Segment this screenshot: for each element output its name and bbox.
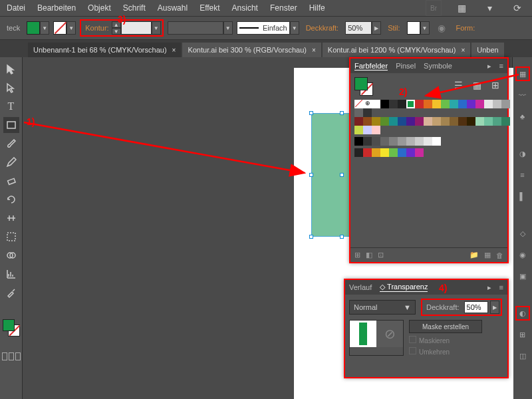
swatch-cell[interactable] [354,148,363,157]
swatch-cell[interactable] [441,100,450,108]
swatch-cell[interactable] [484,117,493,126]
arrange-icon[interactable]: ▦ [454,0,469,16]
list-view-icon[interactable]: ☰ [450,77,466,93]
swatch-cell[interactable] [380,100,389,108]
graph-tool[interactable] [3,266,19,282]
tab-symbole[interactable]: Symbole [424,62,452,70]
grid-view-icon[interactable]: ▦ [469,77,485,93]
swatch-cell[interactable] [450,100,458,108]
make-mask-button[interactable]: Maske erstellen [409,320,482,333]
close-icon[interactable]: × [312,47,316,54]
blend-mode-select[interactable]: Normal▼ [349,300,416,315]
swatch-cell[interactable] [398,100,406,108]
current-fill-proxy[interactable] [354,77,373,96]
swatch-cell[interactable] [363,117,372,126]
symbols-panel-icon[interactable]: ♣ [515,109,530,124]
appearance-panel-icon[interactable]: ◉ [515,247,530,262]
close-icon[interactable]: × [461,47,465,54]
swatch-cell[interactable] [415,148,424,157]
align-panel-icon[interactable]: ⊞ [515,327,530,342]
swatch-cell[interactable] [372,117,380,126]
options-icon[interactable]: ⊞ [487,77,503,93]
swatch-cell[interactable] [484,100,493,108]
selection-tool[interactable] [3,61,19,77]
menu-datei[interactable]: Datei [7,3,25,13]
swatch-cell[interactable] [372,100,380,108]
pencil-tool[interactable] [3,154,19,170]
swatch-kind-icon[interactable]: ◧ [366,251,372,259]
swatch-cell[interactable] [363,126,372,134]
menu-ansicht[interactable]: Ansicht [232,3,258,13]
free-transform-tool[interactable] [3,229,19,245]
menu-fenster[interactable]: Fenster [270,3,297,13]
panel-more-icon[interactable]: ▸ [487,283,491,292]
bridge-icon[interactable]: Br [426,0,442,16]
swatch-cell[interactable] [354,137,363,146]
clip-checkbox[interactable]: Maskieren [409,336,482,344]
swatch-cell[interactable] [493,117,501,126]
swatch-cell[interactable] [501,100,510,108]
menu-auswahl[interactable]: Auswahl [158,3,188,13]
new-group-icon[interactable]: 📁 [469,251,479,259]
close-icon[interactable]: × [172,47,176,54]
graphic-styles-panel-icon[interactable]: ▣ [515,269,530,283]
rotate-tool[interactable] [3,192,19,207]
swatch-lib-icon[interactable]: ⊞ [354,251,360,259]
shape-builder-tool[interactable] [3,247,19,263]
recolor-icon[interactable]: ◉ [434,20,450,36]
stroke-swatch[interactable]: ▼ [53,21,76,35]
dropdown-icon[interactable]: ▾ [481,0,497,16]
mask-thumb[interactable] [350,321,376,347]
fill-swatch[interactable]: ▼ [27,21,49,35]
opacity-field-panel[interactable]: 50% [464,301,488,313]
type-tool[interactable]: T [3,98,19,114]
transparency-panel-icon[interactable]: ◐ [515,306,530,321]
fill-stroke-proxy[interactable] [3,319,20,336]
invert-checkbox[interactable]: Umkehren [409,347,482,356]
brushes-panel-icon[interactable]: 〰 [515,88,530,102]
doc-tab-3[interactable]: Kontur.ai bei 1200 % (CMYK/Vorschau)× [323,43,470,57]
swatch-cell[interactable] [415,137,424,146]
swatch-cell[interactable] [389,100,398,108]
swatch-cell[interactable] [389,117,398,126]
panel-more-icon[interactable]: ▸ [487,62,491,70]
brush-tool[interactable] [3,136,19,152]
stroke-down[interactable]: ▼ [112,28,121,35]
pathfinder-panel-icon[interactable]: ◫ [515,348,530,363]
swatch-cell[interactable] [415,100,424,108]
menu-effekt[interactable]: Effekt [200,3,219,13]
swatch-grid[interactable]: ⊕ [354,100,510,160]
style-swatch[interactable]: ▼ [407,21,430,35]
swatch-cell[interactable] [354,108,363,117]
stroke-panel-icon[interactable]: ≡ [515,168,530,182]
menu-hilfe[interactable]: Hilfe [309,3,325,13]
var-width-profile[interactable]: ▼ [168,21,233,35]
gradient-panel-icon[interactable]: ▌ [515,189,530,203]
swatch-cell[interactable] [363,148,372,157]
swatch-cell[interactable] [501,117,510,126]
swatch-cell[interactable] [406,148,415,157]
swatch-cell[interactable] [398,137,406,146]
swatch-cell[interactable] [475,117,484,126]
swatch-cell[interactable] [372,126,380,134]
eyedropper-tool[interactable] [3,285,19,301]
swatch-cell[interactable] [441,117,450,126]
eraser-tool[interactable] [3,173,19,189]
opacity-field[interactable]: 50%▶ [345,21,381,35]
swatch-cell[interactable] [406,100,415,108]
swatch-cell[interactable] [424,117,432,126]
swatch-cell[interactable] [372,148,380,157]
swatch-cell[interactable] [354,126,363,134]
swatch-cell[interactable] [406,137,415,146]
swatch-opts-icon[interactable]: ⊡ [378,251,384,259]
swatch-cell[interactable] [389,148,398,157]
doc-tab-4[interactable]: Unben [471,43,503,57]
swatch-cell[interactable] [432,100,441,108]
swatch-cell[interactable] [380,148,389,157]
panel-menu-icon[interactable]: ≡ [499,283,503,291]
swatch-cell[interactable] [398,148,406,157]
swatch-cell[interactable] [432,117,441,126]
width-tool[interactable] [3,210,19,226]
swatch-cell[interactable] [354,117,363,126]
layers-panel-icon[interactable]: ◇ [515,226,530,241]
